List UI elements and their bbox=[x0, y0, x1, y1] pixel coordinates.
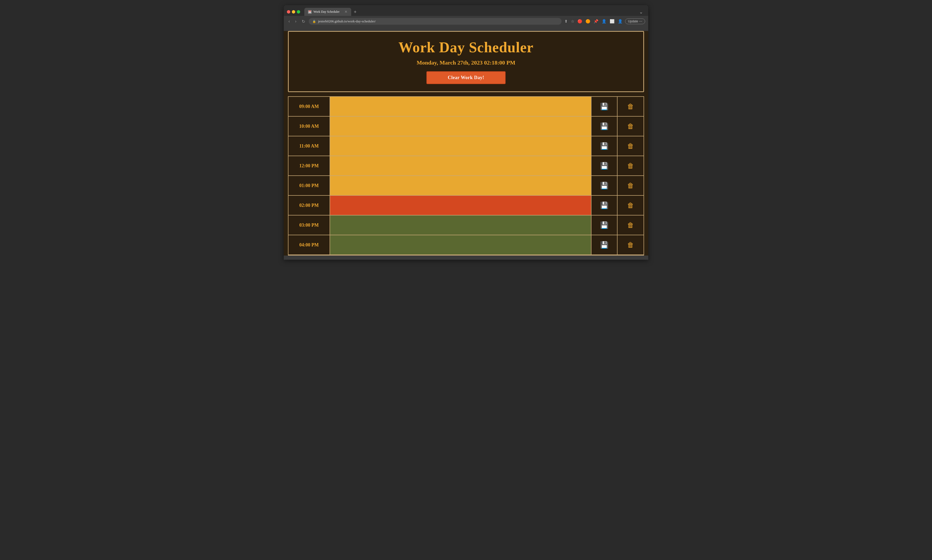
back-button[interactable]: ‹ bbox=[287, 18, 291, 24]
task-input-cell[interactable] bbox=[330, 215, 592, 235]
tab-bar: 📅 Work Day Scheduler ✕ + bbox=[304, 8, 635, 16]
time-label: 09:00 AM bbox=[288, 97, 330, 116]
delete-button[interactable]: 🗑 bbox=[618, 196, 644, 215]
table-row: 02:00 PM 💾 🗑 bbox=[288, 196, 644, 215]
task-textarea[interactable] bbox=[332, 198, 589, 213]
bookmark-icon[interactable]: ☆ bbox=[570, 18, 575, 25]
header-section: Work Day Scheduler Monday, March 27th, 2… bbox=[288, 31, 644, 92]
save-icon: 💾 bbox=[600, 122, 608, 130]
page-title: Work Day Scheduler bbox=[294, 39, 638, 56]
close-traffic-light[interactable] bbox=[287, 10, 290, 14]
table-row: 12:00 PM 💾 🗑 bbox=[288, 156, 644, 176]
save-button[interactable]: 💾 bbox=[592, 136, 618, 155]
profile-icon[interactable]: 👤 bbox=[601, 18, 607, 25]
extension-icon-2[interactable]: 🟠 bbox=[585, 18, 591, 25]
table-row: 03:00 PM 💾 🗑 bbox=[288, 215, 644, 235]
time-label: 10:00 AM bbox=[288, 117, 330, 136]
task-textarea[interactable] bbox=[332, 138, 589, 154]
save-button[interactable]: 💾 bbox=[592, 97, 618, 116]
task-input-cell[interactable] bbox=[330, 117, 592, 136]
table-row: 10:00 AM 💾 🗑 bbox=[288, 117, 644, 136]
task-input-cell[interactable] bbox=[330, 136, 592, 155]
new-tab-button[interactable]: + bbox=[352, 8, 359, 16]
task-textarea[interactable] bbox=[332, 178, 589, 193]
update-label: Update bbox=[628, 20, 638, 23]
delete-button[interactable]: 🗑 bbox=[618, 235, 644, 254]
table-row: 01:00 PM 💾 🗑 bbox=[288, 176, 644, 196]
tab-close-button[interactable]: ✕ bbox=[344, 10, 348, 14]
task-textarea[interactable] bbox=[332, 118, 589, 134]
trash-icon: 🗑 bbox=[627, 142, 634, 150]
table-row: 04:00 PM 💾 🗑 bbox=[288, 235, 644, 255]
extension-icon-3[interactable]: 📌 bbox=[593, 18, 599, 25]
traffic-lights bbox=[287, 10, 300, 14]
save-icon: 💾 bbox=[600, 241, 608, 249]
save-button[interactable]: 💾 bbox=[592, 176, 618, 195]
clear-workday-button[interactable]: Clear Work Day! bbox=[427, 71, 505, 84]
save-button[interactable]: 💾 bbox=[592, 196, 618, 215]
save-icon: 💾 bbox=[600, 221, 608, 229]
save-button[interactable]: 💾 bbox=[592, 235, 618, 254]
save-icon: 💾 bbox=[600, 103, 608, 111]
browser-titlebar: 📅 Work Day Scheduler ✕ + ⌄ bbox=[284, 5, 648, 16]
toolbar-actions: ⬆ ☆ 🔴 🟠 📌 👤 ⬜ 👤 Update ⋯ bbox=[564, 18, 645, 25]
browser-toolbar: ‹ › ↻ 🔒 jesterb0206.github.io/work-day-s… bbox=[284, 16, 648, 27]
lock-icon: 🔒 bbox=[313, 20, 316, 23]
update-button[interactable]: Update ⋯ bbox=[625, 18, 645, 24]
browser-window: 📅 Work Day Scheduler ✕ + ⌄ ‹ › ↻ 🔒 jeste… bbox=[284, 5, 648, 260]
delete-button[interactable]: 🗑 bbox=[618, 136, 644, 155]
extension-icon-1[interactable]: 🔴 bbox=[577, 18, 583, 25]
task-input-cell[interactable] bbox=[330, 176, 592, 195]
table-row: 09:00 AM 💾 🗑 bbox=[288, 97, 644, 117]
delete-button[interactable]: 🗑 bbox=[618, 176, 644, 195]
time-label: 12:00 PM bbox=[288, 156, 330, 175]
task-input-cell[interactable] bbox=[330, 97, 592, 116]
task-textarea[interactable] bbox=[332, 99, 589, 114]
split-view-icon[interactable]: ⬜ bbox=[609, 18, 615, 25]
update-chevron-icon: ⋯ bbox=[639, 20, 642, 23]
trash-icon: 🗑 bbox=[627, 122, 634, 130]
delete-button[interactable]: 🗑 bbox=[618, 156, 644, 175]
share-icon[interactable]: ⬆ bbox=[564, 18, 568, 25]
scheduler-table: 09:00 AM 💾 🗑 10:00 AM 💾 🗑 11:00 AM bbox=[288, 96, 644, 255]
task-textarea[interactable] bbox=[332, 237, 589, 252]
current-datetime: Monday, March 27th, 2023 02:18:00 PM bbox=[294, 59, 638, 66]
window-controls: ⌄ bbox=[637, 8, 645, 16]
task-textarea[interactable] bbox=[332, 158, 589, 173]
trash-icon: 🗑 bbox=[627, 202, 634, 209]
trash-icon: 🗑 bbox=[627, 162, 634, 170]
tab-title: Work Day Scheduler bbox=[313, 10, 339, 14]
save-icon: 💾 bbox=[600, 182, 608, 190]
time-label: 04:00 PM bbox=[288, 235, 330, 254]
trash-icon: 🗑 bbox=[627, 103, 634, 111]
save-button[interactable]: 💾 bbox=[592, 215, 618, 235]
save-button[interactable]: 💾 bbox=[592, 117, 618, 136]
account-icon[interactable]: 👤 bbox=[617, 18, 624, 25]
time-label: 11:00 AM bbox=[288, 136, 330, 155]
save-button[interactable]: 💾 bbox=[592, 156, 618, 175]
delete-button[interactable]: 🗑 bbox=[618, 215, 644, 235]
refresh-button[interactable]: ↻ bbox=[300, 18, 307, 25]
task-input-cell[interactable] bbox=[330, 156, 592, 175]
save-icon: 💾 bbox=[600, 202, 608, 209]
trash-icon: 🗑 bbox=[627, 221, 634, 229]
task-input-cell[interactable] bbox=[330, 196, 592, 215]
time-label: 03:00 PM bbox=[288, 215, 330, 235]
time-label: 02:00 PM bbox=[288, 196, 330, 215]
fullscreen-traffic-light[interactable] bbox=[297, 10, 300, 14]
url-text: jesterb0206.github.io/work-day-scheduler… bbox=[318, 19, 376, 23]
task-input-cell[interactable] bbox=[330, 235, 592, 254]
tab-favicon: 📅 bbox=[308, 10, 312, 14]
trash-icon: 🗑 bbox=[627, 241, 634, 249]
trash-icon: 🗑 bbox=[627, 182, 634, 190]
task-textarea[interactable] bbox=[332, 217, 589, 232]
address-bar[interactable]: 🔒 jesterb0206.github.io/work-day-schedul… bbox=[309, 18, 562, 25]
active-tab[interactable]: 📅 Work Day Scheduler ✕ bbox=[304, 8, 351, 16]
forward-button[interactable]: › bbox=[293, 18, 298, 24]
delete-button[interactable]: 🗑 bbox=[618, 117, 644, 136]
delete-button[interactable]: 🗑 bbox=[618, 97, 644, 116]
save-icon: 💾 bbox=[600, 142, 608, 150]
minimize-traffic-light[interactable] bbox=[292, 10, 295, 14]
scheduler-container: 09:00 AM 💾 🗑 10:00 AM 💾 🗑 11:00 AM bbox=[288, 96, 644, 255]
page-content: Work Day Scheduler Monday, March 27th, 2… bbox=[284, 31, 648, 255]
